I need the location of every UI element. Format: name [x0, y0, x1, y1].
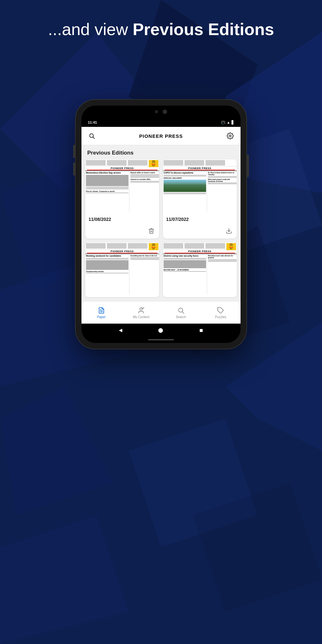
phone-mockup: 11:41 📳 ▲ ▋ PIONEER PR	[76, 100, 246, 349]
edition-info-1: 11/08/2022	[85, 214, 159, 239]
page-headline: ...and view Previous Editions	[0, 19, 322, 39]
paper-icon	[98, 307, 105, 314]
editions-grid: dailydeals50%OFF PIONEER PRESS	[81, 159, 241, 301]
edition-actions-2	[166, 226, 233, 235]
edition-thumbnail-1: dailydeals50%OFF PIONEER PRESS	[85, 159, 159, 214]
search-button[interactable]	[87, 131, 96, 140]
recents-button[interactable]: ◼	[199, 327, 203, 333]
edition-card-4[interactable]: dailydeals50%OFF PIONEER PRESS Distri	[163, 242, 237, 297]
edition-card-1[interactable]: dailydeals50%OFF PIONEER PRESS	[85, 159, 159, 239]
newspaper-mock-2: PIONEER PRESS COP27 to discuss reparatio…	[163, 159, 237, 214]
app-content: PIONEER PRESS Previous Editions	[81, 127, 241, 324]
svg-point-15	[229, 135, 231, 137]
nav-puzzles-label: Puzzles	[215, 315, 226, 319]
camera-dot-main	[163, 109, 167, 114]
newspaper-mock-3: dailydeals50%OFF PIONEER PRESS Workin	[85, 242, 159, 297]
status-icons: 📳 ▲ ▋	[221, 120, 234, 125]
edition-actions-1	[89, 226, 156, 235]
camera-dot-small	[155, 110, 158, 113]
android-nav: ◀ ⬤ ◼	[81, 324, 241, 336]
nav-paper[interactable]: Paper	[81, 301, 121, 324]
headline-part1: ...and view	[48, 20, 133, 39]
edition-card-2[interactable]: PIONEER PRESS COP27 to discuss reparatio…	[163, 159, 237, 239]
settings-button[interactable]	[226, 131, 235, 140]
nav-paper-label: Paper	[97, 315, 106, 319]
newspaper-mock-4: dailydeals50%OFF PIONEER PRESS Distri	[163, 242, 237, 297]
edition-card-3[interactable]: dailydeals50%OFF PIONEER PRESS Workin	[85, 242, 159, 297]
nav-puzzles[interactable]: Puzzles	[201, 301, 241, 324]
headline-part2: Previous Editions	[133, 20, 274, 39]
app-title: PIONEER PRESS	[139, 133, 183, 139]
power-button	[247, 155, 249, 177]
status-bar: 11:41 📳 ▲ ▋	[81, 118, 241, 127]
volume-up-button	[73, 145, 75, 158]
edition-date-1: 11/08/2022	[89, 217, 156, 222]
wifi-icon: ▲	[227, 120, 230, 124]
battery-icon: ▋	[232, 120, 234, 125]
nav-search-label: Search	[176, 315, 186, 319]
nav-search[interactable]: Search	[161, 301, 201, 324]
edition-thumbnail-2: PIONEER PRESS COP27 to discuss reparatio…	[163, 159, 237, 214]
nav-mycontent-label: My Content	[133, 315, 149, 319]
camera-area	[81, 106, 241, 118]
edition-info-2: 11/07/2022	[163, 214, 237, 239]
home-indicator	[81, 336, 241, 343]
section-header: Previous Editions	[81, 145, 241, 159]
home-button[interactable]: ⬤	[158, 327, 163, 333]
search-nav-icon	[177, 307, 185, 314]
home-bar	[148, 339, 174, 340]
svg-line-14	[93, 137, 95, 139]
edition-thumbnail-3: dailydeals50%OFF PIONEER PRESS Workin	[85, 242, 159, 297]
mycontent-icon	[137, 307, 145, 314]
volume-down-button	[73, 163, 75, 175]
svg-line-21	[182, 312, 184, 313]
status-time: 11:41	[88, 120, 97, 124]
download-button-2[interactable]	[224, 226, 233, 235]
edition-date-2: 11/07/2022	[166, 217, 233, 222]
bottom-nav: Paper My Content	[81, 301, 241, 324]
vibrate-icon: 📳	[221, 120, 225, 125]
nav-mycontent[interactable]: My Content	[121, 301, 161, 324]
section-title: Previous Editions	[87, 150, 134, 156]
delete-button-1[interactable]	[147, 226, 156, 235]
puzzles-icon	[217, 307, 224, 314]
newspaper-mock-1: dailydeals50%OFF PIONEER PRESS	[85, 159, 159, 214]
app-header: PIONEER PRESS	[81, 127, 241, 145]
back-button[interactable]: ◀	[119, 327, 122, 333]
edition-thumbnail-4: dailydeals50%OFF PIONEER PRESS Distri	[163, 242, 237, 297]
